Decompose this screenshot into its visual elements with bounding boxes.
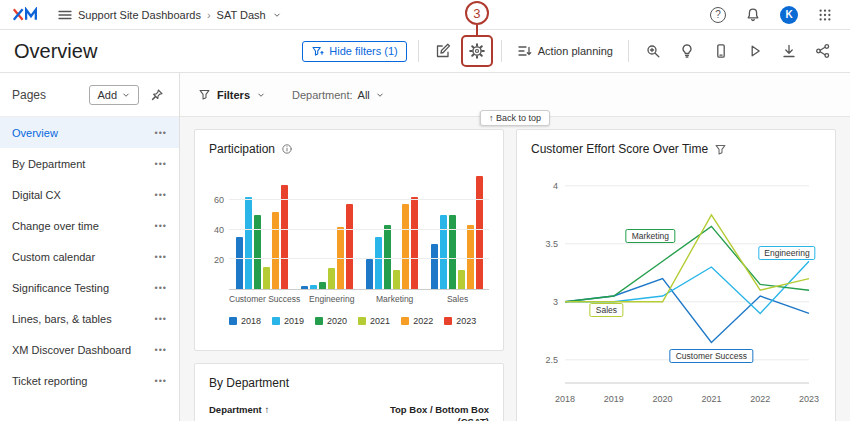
ces-title: Customer Effort Score Over Time bbox=[531, 142, 708, 156]
y-tick-label: 60 bbox=[214, 195, 224, 205]
bar-2020[interactable] bbox=[384, 225, 391, 289]
by-department-widget[interactable]: By Department Department ↑ Top Box / Bot… bbox=[194, 363, 504, 421]
widget-filter-funnel-icon[interactable] bbox=[714, 143, 727, 156]
bar-2023[interactable] bbox=[281, 185, 288, 289]
bar-2022[interactable] bbox=[467, 225, 474, 289]
bar-2021[interactable] bbox=[328, 268, 335, 289]
sidebar-item-custom-calendar[interactable]: Custom calendar••• bbox=[0, 241, 179, 272]
ideas-button[interactable] bbox=[674, 38, 700, 64]
bar-2022[interactable] bbox=[272, 212, 279, 289]
item-menu-dots-icon[interactable]: ••• bbox=[155, 345, 167, 355]
legend-item-2019[interactable]: 2019 bbox=[272, 316, 304, 326]
department-column-header[interactable]: Department ↑ bbox=[209, 404, 269, 415]
sidebar-item-change-over-time[interactable]: Change over time••• bbox=[0, 210, 179, 241]
sidebar-item-digital-cx[interactable]: Digital CX••• bbox=[0, 179, 179, 210]
bar-2020[interactable] bbox=[254, 215, 261, 289]
item-menu-dots-icon[interactable]: ••• bbox=[155, 283, 167, 293]
filters-label: Filters bbox=[217, 89, 250, 101]
info-icon[interactable] bbox=[281, 143, 293, 155]
bar-2018[interactable] bbox=[236, 237, 243, 289]
bar-2021[interactable] bbox=[263, 267, 270, 289]
bar-2018[interactable] bbox=[301, 286, 308, 289]
mobile-preview-button[interactable] bbox=[708, 38, 734, 64]
legend-label: 2022 bbox=[413, 316, 433, 326]
user-avatar[interactable]: K bbox=[780, 6, 798, 24]
sidebar-item-label: Digital CX bbox=[12, 189, 155, 201]
xm-logo[interactable]: XM bbox=[12, 7, 42, 22]
bar-2018[interactable] bbox=[431, 244, 438, 289]
add-page-button[interactable]: Add bbox=[89, 85, 139, 105]
ces-widget[interactable]: Customer Effort Score Over Time 2.533.54… bbox=[516, 129, 836, 421]
sidebar-item-lines-bars-tables[interactable]: Lines, bars, & tables••• bbox=[0, 303, 179, 334]
sidebar-item-label: Custom calendar bbox=[12, 251, 155, 263]
item-menu-dots-icon[interactable]: ••• bbox=[155, 314, 167, 324]
sidebar-item-ticket-reporting[interactable]: Ticket reporting••• bbox=[0, 365, 179, 396]
item-menu-dots-icon[interactable]: ••• bbox=[155, 252, 167, 262]
topbox-column-header[interactable]: Top Box / Bottom Box (CSAT) bbox=[390, 404, 489, 421]
breadcrumb-root[interactable]: Support Site Dashboards bbox=[78, 9, 201, 21]
breadcrumb: Support Site Dashboards › SAT Dash bbox=[78, 9, 282, 21]
item-menu-dots-icon[interactable]: ••• bbox=[155, 190, 167, 200]
top-bar: XM Support Site Dashboards › SAT Dash ? … bbox=[0, 0, 850, 30]
apps-grid-icon[interactable] bbox=[812, 2, 838, 28]
item-menu-dots-icon[interactable]: ••• bbox=[155, 159, 167, 169]
export-button[interactable] bbox=[776, 38, 802, 64]
legend-swatch bbox=[272, 317, 280, 325]
x-category-label: Marketing bbox=[363, 294, 426, 304]
bar-2019[interactable] bbox=[440, 215, 447, 289]
zoom-button[interactable] bbox=[640, 38, 666, 64]
legend-item-2023[interactable]: 2023 bbox=[444, 316, 476, 326]
menu-icon[interactable] bbox=[52, 2, 78, 28]
sidebar-item-significance-testing[interactable]: Significance Testing••• bbox=[0, 272, 179, 303]
bar-2019[interactable] bbox=[310, 285, 317, 289]
bar-2022[interactable] bbox=[402, 204, 409, 289]
dashboard-main: Filters Department: All ↑ Back to top Pa… bbox=[180, 73, 850, 421]
legend-item-2021[interactable]: 2021 bbox=[358, 316, 390, 326]
sidebar-item-xm-discover-dashboard[interactable]: XM Discover Dashboard••• bbox=[0, 334, 179, 365]
legend-swatch bbox=[358, 317, 366, 325]
sidebar-item-by-department[interactable]: By Department••• bbox=[0, 148, 179, 179]
play-button[interactable] bbox=[742, 38, 768, 64]
item-menu-dots-icon[interactable]: ••• bbox=[155, 376, 167, 386]
y-tick-label: 20 bbox=[214, 255, 224, 265]
breadcrumb-current[interactable]: SAT Dash bbox=[217, 9, 266, 21]
notifications-bell-icon[interactable] bbox=[740, 2, 766, 28]
bar-2020[interactable] bbox=[449, 215, 456, 289]
widgets-area: Participation 204060 Customer SuccessEng… bbox=[180, 117, 850, 421]
filters-dropdown[interactable]: Filters bbox=[198, 88, 266, 101]
bar-2023[interactable] bbox=[476, 176, 483, 289]
item-menu-dots-icon[interactable]: ••• bbox=[155, 128, 167, 138]
action-planning-button[interactable]: Action planning bbox=[513, 40, 617, 62]
department-filter-label: Department: bbox=[292, 89, 353, 101]
bar-2020[interactable] bbox=[319, 282, 326, 289]
bar-2019[interactable] bbox=[375, 237, 382, 289]
legend-swatch bbox=[229, 317, 237, 325]
bar-2023[interactable] bbox=[346, 204, 353, 289]
legend-item-2020[interactable]: 2020 bbox=[315, 316, 347, 326]
add-label: Add bbox=[97, 89, 117, 101]
legend-item-2022[interactable]: 2022 bbox=[401, 316, 433, 326]
legend-item-2018[interactable]: 2018 bbox=[229, 316, 261, 326]
bar-2021[interactable] bbox=[458, 270, 465, 289]
bar-2018[interactable] bbox=[366, 259, 373, 289]
pin-icon bbox=[150, 88, 164, 102]
department-filter[interactable]: Department: All bbox=[292, 89, 385, 101]
sidebar-item-overview[interactable]: Overview••• bbox=[0, 117, 179, 148]
settings-button[interactable] bbox=[464, 38, 490, 64]
unpin-sidebar-button[interactable] bbox=[147, 85, 167, 105]
divider bbox=[418, 40, 419, 62]
share-button[interactable] bbox=[810, 38, 836, 64]
participation-widget[interactable]: Participation 204060 Customer SuccessEng… bbox=[194, 129, 504, 351]
back-to-top-button[interactable]: ↑ Back to top bbox=[480, 110, 550, 126]
legend-swatch bbox=[444, 317, 452, 325]
edit-button[interactable] bbox=[430, 38, 456, 64]
help-icon[interactable]: ? bbox=[710, 7, 726, 23]
bar-group bbox=[294, 170, 359, 289]
line-series-marketing[interactable] bbox=[565, 226, 809, 301]
bar-2021[interactable] bbox=[393, 270, 400, 289]
hide-filters-button[interactable]: Hide filters (1) bbox=[302, 41, 406, 62]
bar-2023[interactable] bbox=[411, 197, 418, 289]
item-menu-dots-icon[interactable]: ••• bbox=[155, 221, 167, 231]
chevron-down-icon[interactable] bbox=[272, 10, 282, 20]
bar-2019[interactable] bbox=[245, 197, 252, 289]
